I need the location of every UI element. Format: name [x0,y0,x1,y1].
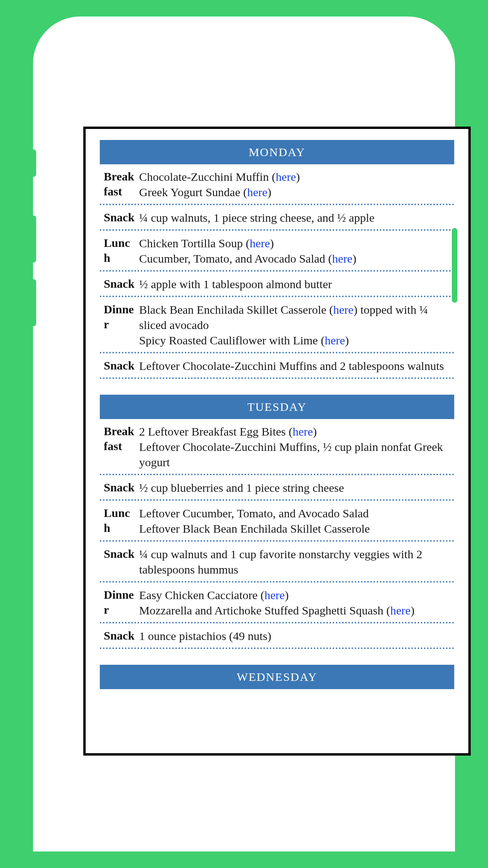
meal-text: Cucumber, Tomato, and Avocado Salad ( [139,252,332,265]
meal-label: Dinner [100,587,139,618]
recipe-link[interactable]: here [325,334,345,347]
meal-row: Snack½ apple with 1 tablespoon almond bu… [100,272,454,297]
meal-line: Leftover Chocolate-Zucchini Muffins and … [139,358,454,373]
meal-text: Black Bean Enchilada Skillet Casserole ( [139,303,333,316]
phone-side-button [31,279,36,326]
meal-row: DinnerEasy Chicken Cacciatore (here)Mozz… [100,583,454,623]
meal-line: Greek Yogurt Sundae (here) [139,184,454,200]
meal-content: Chocolate-Zucchini Muffin (here)Greek Yo… [139,169,454,200]
meal-text: ) [313,425,317,438]
meal-text: Leftover Chocolate-Zucchini Muffins and … [139,359,444,372]
meal-row: SnackLeftover Chocolate-Zucchini Muffins… [100,353,454,379]
recipe-link[interactable]: here [276,170,296,183]
meal-text: Greek Yogurt Sundae ( [139,186,247,199]
meal-text: 1 ounce pistachios (49 nuts) [139,629,272,642]
meal-text: ) [270,237,274,250]
meal-line: ½ apple with 1 tablespoon almond butter [139,276,454,292]
meal-row: Snack½ cup blueberries and 1 piece strin… [100,475,454,501]
meal-label: Snack [100,628,139,644]
meal-label: Breakfast [100,169,139,200]
meal-content: ½ apple with 1 tablespoon almond butter [139,276,454,292]
meal-content: Leftover Chocolate-Zucchini Muffins and … [139,358,454,373]
day-header: MONDAY [100,140,454,164]
meal-line: Cucumber, Tomato, and Avocado Salad (her… [139,251,454,266]
meal-text: Chicken Tortilla Soup ( [139,237,250,250]
meal-row: Snack¼ cup walnuts and 1 cup favorite no… [100,542,454,583]
recipe-link[interactable]: here [293,425,313,438]
phone-side-button [31,215,36,263]
meal-text: Leftover Cucumber, Tomato, and Avocado S… [139,507,369,520]
meal-line: 2 Leftover Breakfast Egg Bites (here) [139,424,454,439]
meal-line: Chicken Tortilla Soup (here) [139,235,454,251]
recipe-link[interactable]: here [390,604,411,617]
meal-text: ) [296,170,300,183]
meal-label: Breakfast [100,424,139,470]
recipe-link[interactable]: here [332,252,352,265]
meal-text: ¼ cup walnuts, 1 piece string cheese, an… [139,211,374,224]
meal-line: ½ cup blueberries and 1 piece string che… [139,480,454,495]
recipe-link[interactable]: here [247,186,268,199]
meal-text: 2 Leftover Breakfast Egg Bites ( [139,425,293,438]
meal-text: ) [352,252,356,265]
meal-content: ¼ cup walnuts, 1 piece string cheese, an… [139,210,454,225]
meal-text: ½ cup blueberries and 1 piece string che… [139,481,344,494]
meal-text: Easy Chicken Cacciatore ( [139,588,264,601]
phone-side-button [452,228,457,303]
meal-line: ¼ cup walnuts and 1 cup favorite nonstar… [139,546,454,577]
meal-row: DinnerBlack Bean Enchilada Skillet Casse… [100,297,454,353]
meal-content: Chicken Tortilla Soup (here)Cucumber, To… [139,235,454,266]
meal-label: Lunch [100,235,139,266]
meal-text: ) [411,604,415,617]
meal-line: Chocolate-Zucchini Muffin (here) [139,169,454,184]
meal-label: Snack [100,546,139,577]
meal-row: Snack1 ounce pistachios (49 nuts) [100,623,454,649]
meal-label: Lunch [100,506,139,536]
meal-content: Leftover Cucumber, Tomato, and Avocado S… [139,506,454,536]
meal-text: ) [345,334,349,347]
meal-row: LunchChicken Tortilla Soup (here)Cucumbe… [100,231,454,272]
meal-text: Leftover Black Bean Enchilada Skillet Ca… [139,522,370,535]
meal-content: ½ cup blueberries and 1 piece string che… [139,480,454,495]
day-header: WEDNESDAY [100,665,454,689]
meal-text: ¼ cup walnuts and 1 cup favorite nonstar… [139,548,422,576]
meal-label: Snack [100,276,139,292]
meal-text: Leftover Chocolate-Zucchini Muffins, ½ c… [139,440,443,469]
meal-content: ¼ cup walnuts and 1 cup favorite nonstar… [139,546,454,577]
meal-row: Snack¼ cup walnuts, 1 piece string chees… [100,205,454,231]
meal-row: Breakfast2 Leftover Breakfast Egg Bites … [100,419,454,475]
meal-text: Chocolate-Zucchini Muffin ( [139,170,276,183]
phone-side-button [31,149,36,177]
meal-text: ) [268,186,272,199]
meal-line: ¼ cup walnuts, 1 piece string cheese, an… [139,210,454,225]
meal-label: Dinner [100,302,139,348]
screen: MONDAYBreakfastChocolate-Zucchini Muffin… [83,127,471,756]
meal-line: Mozzarella and Artichoke Stuffed Spaghet… [139,603,454,618]
meal-line: Spicy Roasted Cauliflower with Lime (her… [139,333,454,348]
day-header: TUESDAY [100,395,454,419]
meal-content: 2 Leftover Breakfast Egg Bites (here)Lef… [139,424,454,470]
meal-line: Leftover Chocolate-Zucchini Muffins, ½ c… [139,439,454,470]
meal-line: Leftover Cucumber, Tomato, and Avocado S… [139,506,454,521]
meal-label: Snack [100,358,139,373]
meal-text: Mozzarella and Artichoke Stuffed Spaghet… [139,604,390,617]
meal-line: Easy Chicken Cacciatore (here) [139,587,454,603]
meal-label: Snack [100,480,139,495]
meal-line: Leftover Black Bean Enchilada Skillet Ca… [139,521,454,536]
meal-text: ½ apple with 1 tablespoon almond butter [139,278,332,291]
recipe-link[interactable]: here [333,303,354,316]
meal-text: Spicy Roasted Cauliflower with Lime ( [139,334,325,347]
meal-content: 1 ounce pistachios (49 nuts) [139,628,454,644]
meal-content: Black Bean Enchilada Skillet Casserole (… [139,302,454,348]
recipe-link[interactable]: here [264,588,285,601]
meal-line: Black Bean Enchilada Skillet Casserole (… [139,302,454,333]
meal-line: 1 ounce pistachios (49 nuts) [139,628,454,644]
meal-row: BreakfastChocolate-Zucchini Muffin (here… [100,164,454,205]
meal-row: LunchLeftover Cucumber, Tomato, and Avoc… [100,501,454,542]
recipe-link[interactable]: here [250,237,270,250]
meal-content: Easy Chicken Cacciatore (here)Mozzarella… [139,587,454,618]
meal-label: Snack [100,210,139,225]
phone-frame: MONDAYBreakfastChocolate-Zucchini Muffin… [33,17,455,851]
meal-text: ) [285,588,289,601]
